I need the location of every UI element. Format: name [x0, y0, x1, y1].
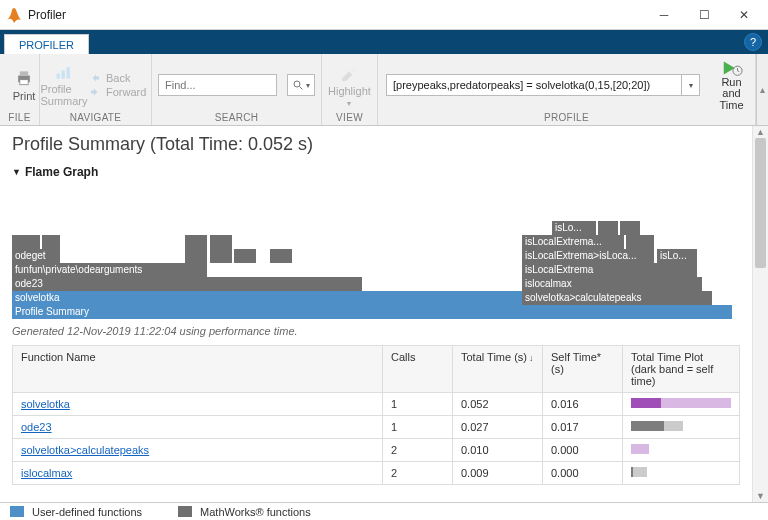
content-area: Profile Summary (Total Time: 0.052 s) ▼ … [0, 126, 752, 502]
run-and-time-button[interactable]: Run and Time [716, 59, 747, 112]
find-input[interactable] [159, 79, 276, 91]
group-label-view: VIEW [322, 112, 377, 125]
cell-total: 0.010 [453, 439, 543, 462]
group-label-profile: PROFILE [378, 112, 755, 125]
th-calls[interactable]: Calls [383, 346, 453, 393]
flame-r6a[interactable] [598, 221, 618, 235]
flame-islocalextrema2[interactable]: isLocalExtrema... [522, 235, 624, 249]
sort-down-icon: ↓ [529, 353, 534, 363]
flame-s1[interactable] [12, 235, 40, 249]
cell-calls: 1 [383, 393, 453, 416]
table-row: solvelotka>calculatepeaks20.0100.000 [13, 439, 740, 462]
cell-self: 0.000 [543, 462, 623, 485]
cell-self: 0.017 [543, 416, 623, 439]
svg-line-10 [737, 70, 739, 71]
minimize-button[interactable]: ─ [644, 1, 684, 29]
profile-code-dropdown[interactable]: ▾ [682, 74, 700, 96]
flame-r5a[interactable] [626, 235, 654, 249]
print-icon [14, 68, 34, 88]
function-link[interactable]: solvelotka [21, 398, 70, 410]
cell-total: 0.052 [453, 393, 543, 416]
group-label-navigate: NAVIGATE [40, 112, 151, 125]
group-label-file: FILE [0, 112, 39, 125]
generated-text: Generated 12-Nov-2019 11:22:04 using per… [12, 325, 740, 337]
vertical-scrollbar[interactable]: ▲ ▼ [752, 126, 768, 502]
maximize-button[interactable]: ☐ [684, 1, 724, 29]
flame-g2[interactable] [210, 249, 232, 263]
flame-g3[interactable] [234, 249, 256, 263]
profile-table: Function Name Calls Total Time (s)↓ Self… [12, 345, 740, 485]
cell-self: 0.000 [543, 439, 623, 462]
search-icon [292, 79, 304, 91]
svg-rect-2 [20, 80, 28, 85]
find-input-wrap [158, 74, 277, 96]
flame-solvelotka[interactable]: solvelotka [12, 291, 522, 305]
th-function-name[interactable]: Function Name [13, 346, 383, 393]
svg-rect-1 [20, 71, 28, 75]
scroll-down-icon[interactable]: ▼ [753, 490, 768, 502]
group-label-search: SEARCH [152, 112, 321, 125]
flame-islocalmax[interactable]: islocalmax [522, 277, 702, 291]
svg-rect-3 [57, 74, 60, 79]
cell-calls: 2 [383, 462, 453, 485]
cell-plot [623, 393, 740, 416]
flame-islo3[interactable]: isLo... [552, 221, 596, 235]
svg-line-7 [300, 87, 303, 90]
toolstrip-collapse-button[interactable]: ▴ [756, 54, 768, 125]
flame-odearguments[interactable]: funfun\private\odearguments [12, 263, 207, 277]
cell-total: 0.009 [453, 462, 543, 485]
matlab-icon [6, 7, 22, 23]
th-plot[interactable]: Total Time Plot (dark band = self time) [623, 346, 740, 393]
scroll-up-icon[interactable]: ▲ [753, 126, 768, 138]
forward-button[interactable]: Forward [88, 86, 146, 98]
table-row: solvelotka10.0520.016 [13, 393, 740, 416]
flame-islo2[interactable]: isLo... [657, 249, 697, 263]
forward-icon [88, 86, 102, 98]
window-title: Profiler [28, 8, 644, 22]
svg-rect-5 [67, 67, 70, 79]
scroll-thumb[interactable] [755, 138, 766, 268]
flame-ode23[interactable]: ode23 [12, 277, 362, 291]
svg-rect-4 [62, 71, 65, 79]
cell-calls: 2 [383, 439, 453, 462]
function-link[interactable]: solvelotka>calculatepeaks [21, 444, 149, 456]
flame-r6b[interactable] [620, 221, 640, 235]
close-button[interactable]: ✕ [724, 1, 764, 29]
flame-s3[interactable] [185, 235, 207, 249]
tab-profiler[interactable]: PROFILER [4, 34, 89, 54]
help-icon[interactable]: ? [744, 33, 762, 51]
page-title: Profile Summary (Total Time: 0.052 s) [12, 134, 740, 155]
function-link[interactable]: islocalmax [21, 467, 72, 479]
flame-islocalextrema-gt[interactable]: isLocalExtrema>isLoca... [522, 249, 654, 263]
legend-user-color [10, 506, 24, 517]
find-dropdown-button[interactable]: ▾ [287, 74, 315, 96]
legend-user-label: User-defined functions [32, 506, 142, 518]
flame-graph-section-toggle[interactable]: ▼ Flame Graph [12, 165, 740, 179]
summary-icon [54, 62, 74, 82]
cell-self: 0.016 [543, 393, 623, 416]
flame-s2[interactable] [42, 235, 60, 249]
flame-calculatepeaks[interactable]: solvelotka>calculatepeaks [522, 291, 712, 305]
flame-g1[interactable] [185, 249, 207, 263]
profile-summary-button[interactable]: Profile Summary [46, 62, 82, 107]
flame-islocalextrema[interactable]: isLocalExtrema [522, 263, 697, 277]
flame-graph[interactable]: Profile Summary solvelotka solvelotka>ca… [12, 189, 740, 319]
flame-odeget[interactable]: odeget [12, 249, 60, 263]
print-button[interactable]: Print [6, 68, 42, 102]
profile-code-input[interactable] [387, 79, 681, 91]
flame-profile-summary[interactable]: Profile Summary [12, 305, 732, 319]
back-button[interactable]: Back [88, 72, 146, 84]
title-bar: Profiler ─ ☐ ✕ [0, 0, 768, 30]
function-link[interactable]: ode23 [21, 421, 52, 433]
legend-mw-label: MathWorks® functions [200, 506, 311, 518]
flame-g4[interactable] [270, 249, 292, 263]
flame-s4[interactable] [210, 235, 232, 249]
highlight-button[interactable]: Highlight ▾ [328, 63, 371, 108]
run-icon [721, 59, 743, 77]
cell-calls: 1 [383, 416, 453, 439]
table-row: islocalmax20.0090.000 [13, 462, 740, 485]
cell-plot [623, 416, 740, 439]
th-self-time[interactable]: Self Time* (s) [543, 346, 623, 393]
th-total-time[interactable]: Total Time (s)↓ [453, 346, 543, 393]
legend: User-defined functions MathWorks® functi… [0, 502, 768, 520]
